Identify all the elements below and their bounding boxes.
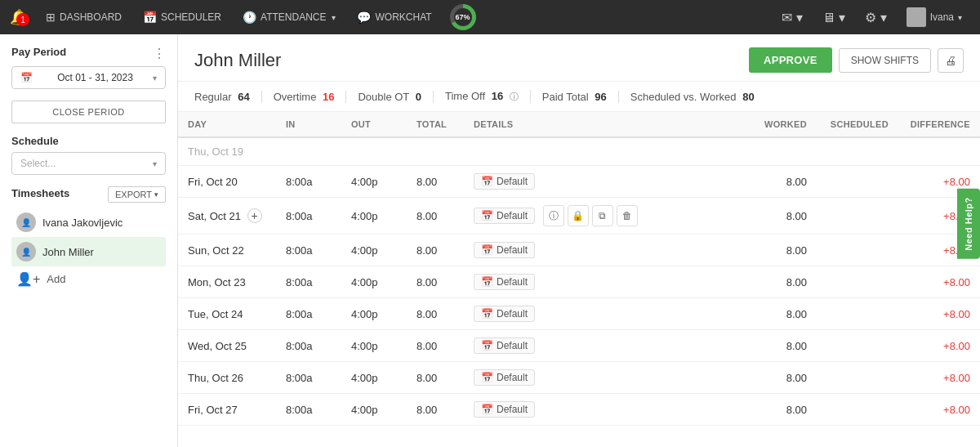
regular-label: Regular	[194, 91, 232, 103]
table-row: Fri, Oct 27 8:00a 4:00p 8.00 📅 Default 8…	[178, 394, 980, 426]
need-help-button[interactable]: Need Help?	[957, 189, 980, 259]
cell-in: 8:00a	[276, 362, 341, 394]
time-off-info-icon[interactable]: ⓘ	[510, 92, 519, 101]
schedule-placeholder: Select...	[20, 158, 56, 169]
main-content: John Miller APPROVE SHOW SHIFTS 🖨 Regula…	[178, 34, 980, 447]
nav-attendance[interactable]: 🕐 ATTENDANCE ▾	[234, 6, 344, 29]
cell-in	[276, 137, 341, 166]
add-entry-button[interactable]: +	[247, 208, 262, 223]
person-ivana[interactable]: 👤 Ivana Jakovljevic	[11, 208, 166, 237]
cell-scheduled	[817, 394, 898, 426]
timesheets-header: Timesheets EXPORT ▾	[11, 186, 166, 203]
overtime-label: Overtime	[274, 91, 317, 103]
table-row: Sun, Oct 22 8:00a 4:00p 8.00 📅 Default 8…	[178, 235, 980, 266]
sidebar: Pay Period ⋮ 📅 Oct 01 - 31, 2023 ▾ CLOSE…	[0, 34, 178, 447]
settings-icon[interactable]: ⚙ ▾	[857, 5, 894, 30]
cell-total: 8.00	[407, 235, 464, 266]
user-chevron-icon: ▾	[958, 13, 962, 22]
detail-tag-label: Default	[497, 176, 528, 187]
approve-button[interactable]: APPROVE	[749, 47, 832, 73]
detail-tag-label: Default	[497, 404, 528, 415]
monitor-icon[interactable]: 🖥 ▾	[814, 5, 853, 30]
timesheets-title: Timesheets	[11, 187, 69, 199]
detail-tag[interactable]: 📅 Default	[474, 173, 535, 190]
schedule-select[interactable]: Select... ▾	[11, 152, 166, 175]
cell-out: 4:00p	[341, 362, 407, 394]
cell-in: 8:00a	[276, 266, 341, 298]
need-help-wrapper: Need Help?	[957, 189, 980, 259]
calendar-tag-icon: 📅	[481, 372, 493, 383]
detail-tag[interactable]: 📅 Default	[474, 306, 535, 322]
cell-worked: 8.00	[743, 266, 817, 298]
time-off-label: Time Off	[445, 90, 485, 102]
nav-workchat-label: WORKCHAT	[375, 11, 431, 23]
detail-tag-label: Default	[497, 372, 528, 383]
summary-time-off: Time Off 16 ⓘ	[445, 90, 531, 103]
row-action-icons: ⓘ 🔒 ⧉ 🗑	[543, 205, 638, 226]
table-header-row: DAY IN OUT TOTAL DETAILS WORKED SCHEDULE…	[178, 112, 980, 137]
copy-action-button[interactable]: ⧉	[592, 205, 613, 226]
export-button[interactable]: EXPORT ▾	[108, 186, 166, 203]
col-header-day: DAY	[178, 112, 276, 137]
cell-difference: +8.00	[898, 362, 980, 394]
cell-scheduled	[817, 362, 898, 394]
cell-worked: 8.00	[743, 298, 817, 330]
cell-total: 8.00	[407, 198, 464, 235]
detail-tag[interactable]: 📅 Default	[474, 401, 535, 418]
detail-tag[interactable]: 📅 Default	[474, 208, 535, 224]
employee-name: John Miller	[194, 50, 281, 71]
cell-day: Sun, Oct 22	[178, 235, 276, 266]
summary-regular: Regular 64	[194, 91, 262, 103]
detail-tag-label: Default	[497, 340, 528, 351]
app-layout: Pay Period ⋮ 📅 Oct 01 - 31, 2023 ▾ CLOSE…	[0, 34, 980, 447]
nav-scheduler-label: SCHEDULER	[161, 11, 221, 23]
nav-scheduler[interactable]: 📅 SCHEDULER	[135, 6, 229, 29]
time-off-value: 16	[492, 90, 503, 102]
show-shifts-button[interactable]: SHOW SHIFTS	[839, 48, 931, 73]
dashboard-icon: ⊞	[46, 11, 56, 24]
nav-attendance-label: ATTENDANCE	[261, 11, 326, 23]
cell-day: Fri, Oct 27	[178, 394, 276, 426]
cell-out: 4:00p	[341, 235, 407, 266]
lock-action-button[interactable]: 🔒	[568, 205, 589, 226]
detail-tag-label: Default	[497, 210, 528, 221]
cell-day: Fri, Oct 20	[178, 166, 276, 198]
cell-difference: +8.00	[898, 330, 980, 362]
cell-in: 8:00a	[276, 394, 341, 426]
close-period-button[interactable]: CLOSE PERIOD	[11, 101, 166, 123]
timesheets-section: Timesheets EXPORT ▾ 👤 Ivana Jakovljevic …	[11, 186, 166, 292]
info-action-button[interactable]: ⓘ	[543, 205, 564, 226]
pay-period-menu-icon[interactable]: ⋮	[153, 46, 166, 61]
summary-overtime: Overtime 16	[274, 91, 347, 103]
date-chevron-icon: ▾	[153, 74, 157, 83]
cell-scheduled	[817, 198, 898, 235]
add-person-icon: 👤+	[16, 271, 40, 287]
delete-action-button[interactable]: 🗑	[617, 205, 638, 226]
paid-total-value: 96	[595, 91, 606, 103]
summary-double-ot: Double OT 0	[358, 91, 434, 103]
cell-worked: 8.00	[743, 330, 817, 362]
nav-workchat[interactable]: 💬 WORKCHAT	[349, 6, 439, 29]
user-avatar[interactable]: Ivana ▾	[898, 2, 970, 32]
calendar-tag-icon: 📅	[481, 340, 493, 351]
nav-dashboard-label: DASHBOARD	[60, 11, 122, 23]
detail-tag[interactable]: 📅 Default	[474, 369, 535, 386]
add-person-button[interactable]: 👤+ Add	[11, 266, 166, 292]
person-john[interactable]: 👤 John Miller	[11, 237, 166, 266]
header-actions: APPROVE SHOW SHIFTS 🖨	[749, 47, 964, 73]
calendar-icon: 📅	[20, 72, 33, 83]
cell-worked: 8.00	[743, 166, 817, 198]
nav-dashboard[interactable]: ⊞ DASHBOARD	[38, 6, 130, 29]
detail-tag[interactable]: 📅 Default	[474, 274, 535, 290]
date-range-selector[interactable]: 📅 Oct 01 - 31, 2023 ▾	[11, 66, 166, 89]
mail-icon[interactable]: ✉ ▾	[773, 5, 810, 30]
detail-tag[interactable]: 📅 Default	[474, 337, 535, 354]
scheduler-icon: 📅	[143, 11, 157, 24]
person-avatar-john: 👤	[16, 242, 36, 261]
cell-scheduled	[817, 137, 898, 166]
add-person-label: Add	[47, 273, 65, 285]
persons-list: 👤 Ivana Jakovljevic 👤 John Miller	[11, 208, 166, 266]
print-button[interactable]: 🖨	[938, 48, 964, 73]
detail-tag[interactable]: 📅 Default	[474, 242, 535, 258]
table-row: Thu, Oct 19	[178, 137, 980, 166]
